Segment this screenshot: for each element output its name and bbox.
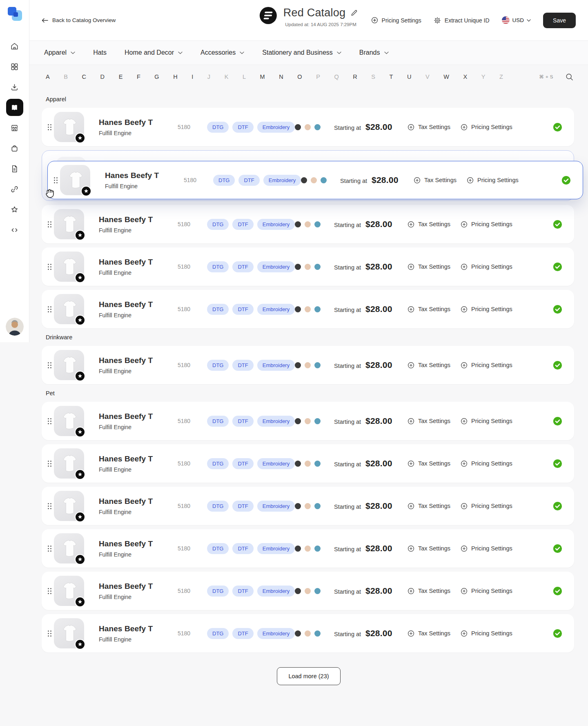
tab-hats[interactable]: Hats: [93, 49, 107, 56]
tab-stationery-and-business[interactable]: Stationery and Business: [262, 49, 341, 56]
pricing-settings-button[interactable]: Pricing Settings: [461, 503, 525, 510]
drag-handle-icon[interactable]: [48, 306, 51, 312]
product-row[interactable]: Hanes Beefy T Fulfill Engine 5180 DTGDTF…: [42, 572, 574, 610]
enabled-check-icon[interactable]: [552, 586, 569, 596]
nav-home-icon[interactable]: [6, 38, 23, 55]
alpha-letter-N[interactable]: N: [279, 73, 283, 80]
app-logo-icon[interactable]: [7, 6, 23, 24]
search-icon[interactable]: [566, 73, 573, 81]
enabled-check-icon[interactable]: [552, 628, 569, 639]
nav-code-icon[interactable]: [6, 221, 23, 238]
alpha-letter-H[interactable]: H: [173, 73, 177, 80]
tax-settings-button[interactable]: Tax Settings: [408, 221, 461, 228]
alpha-letter-O[interactable]: O: [297, 73, 302, 80]
tab-accessories[interactable]: Accessories: [200, 49, 244, 56]
drag-handle-icon[interactable]: [48, 630, 51, 637]
alpha-letter-W[interactable]: W: [443, 73, 449, 80]
alpha-letter-T[interactable]: T: [390, 73, 393, 80]
nav-download-icon[interactable]: [6, 78, 23, 96]
alpha-letter-F[interactable]: F: [137, 73, 140, 80]
alpha-letter-Y[interactable]: Y: [481, 73, 486, 80]
back-link[interactable]: Back to Catalog Overview: [42, 17, 116, 23]
tax-settings-button[interactable]: Tax Settings: [408, 545, 461, 552]
pricing-settings-button[interactable]: Pricing Settings: [467, 177, 531, 184]
enabled-check-icon[interactable]: [552, 262, 569, 272]
alpha-letter-X[interactable]: X: [463, 73, 468, 80]
enabled-check-icon[interactable]: [552, 543, 569, 554]
nav-star-icon[interactable]: [6, 201, 23, 218]
alpha-letter-V[interactable]: V: [425, 73, 430, 80]
alpha-letter-S[interactable]: S: [371, 73, 375, 80]
nav-link-icon[interactable]: [6, 180, 23, 198]
tab-brands[interactable]: Brands: [359, 49, 389, 56]
alpha-letter-U[interactable]: U: [407, 73, 411, 80]
product-row[interactable]: Hanes Beefy T Fulfill Engine 5180 DTGDTF…: [42, 529, 574, 568]
product-row[interactable]: Hanes Beefy T Fulfill Engine 5180 DTGDTF…: [42, 402, 574, 440]
nav-dashboard-grid-icon[interactable]: [6, 58, 23, 75]
drag-handle-icon[interactable]: [48, 546, 51, 552]
pricing-settings-button[interactable]: Pricing Settings: [461, 221, 525, 228]
tax-settings-button[interactable]: Tax Settings: [408, 418, 461, 425]
pricing-settings-button[interactable]: Pricing Settings: [461, 460, 525, 467]
drag-handle-icon[interactable]: [48, 362, 51, 368]
currency-select[interactable]: USD: [502, 16, 531, 24]
pricing-settings-button[interactable]: Pricing Settings: [461, 630, 525, 637]
tax-settings-button[interactable]: Tax Settings: [408, 263, 461, 270]
drag-handle-icon[interactable]: [48, 461, 51, 467]
alpha-letter-M[interactable]: M: [260, 73, 265, 80]
pricing-settings-button[interactable]: Pricing Settings: [371, 17, 421, 24]
pricing-settings-button[interactable]: Pricing Settings: [461, 306, 525, 313]
enabled-check-icon[interactable]: [552, 416, 569, 426]
enabled-check-icon[interactable]: [552, 501, 569, 511]
alpha-letter-G[interactable]: G: [154, 73, 159, 80]
drag-handle-icon[interactable]: [48, 503, 51, 509]
drag-handle-icon[interactable]: [48, 221, 51, 227]
enabled-check-icon[interactable]: [561, 175, 578, 185]
alpha-letter-I[interactable]: I: [192, 73, 193, 80]
drag-handle-icon[interactable]: [48, 588, 51, 594]
drag-handle-icon[interactable]: [54, 177, 58, 183]
alpha-letter-L[interactable]: L: [243, 73, 246, 80]
product-row[interactable]: Hanes Beefy T Fulfill Engine 5180 DTGDTF…: [42, 108, 574, 146]
alpha-letter-C[interactable]: C: [82, 73, 86, 80]
pricing-settings-button[interactable]: Pricing Settings: [461, 124, 525, 131]
alpha-letter-P[interactable]: P: [316, 73, 320, 80]
alpha-letter-B[interactable]: B: [64, 73, 68, 80]
alpha-letter-D[interactable]: D: [100, 73, 105, 80]
tab-home-and-decor[interactable]: Home and Decor: [125, 49, 183, 56]
tax-settings-button[interactable]: Tax Settings: [408, 460, 461, 467]
tax-settings-button[interactable]: Tax Settings: [408, 503, 461, 510]
product-row[interactable]: Hanes Beefy T Fulfill Engine 5180 DTGDTF…: [42, 290, 574, 328]
enabled-check-icon[interactable]: [552, 219, 569, 229]
product-row[interactable]: Hanes Beefy T Fulfill Engine 5180 DTGDTF…: [42, 444, 574, 483]
enabled-check-icon[interactable]: [552, 304, 569, 314]
save-button[interactable]: Save: [543, 13, 576, 28]
nav-shopping-bag-icon[interactable]: [6, 140, 23, 157]
nav-catalog-book-icon[interactable]: [6, 99, 23, 116]
product-row[interactable]: Hanes Beefy T Fulfill Engine 5180 DTGDTF…: [42, 487, 574, 525]
user-avatar[interactable]: [6, 318, 24, 336]
alpha-letter-K[interactable]: K: [225, 73, 229, 80]
tax-settings-button[interactable]: Tax Settings: [414, 177, 467, 184]
pricing-settings-button[interactable]: Pricing Settings: [461, 545, 525, 552]
product-row[interactable]: Hanes Beefy T Fulfill Engine 5180 DTGDTF…: [42, 205, 574, 243]
pricing-settings-button[interactable]: Pricing Settings: [461, 362, 525, 369]
tax-settings-button[interactable]: Tax Settings: [408, 630, 461, 637]
tax-settings-button[interactable]: Tax Settings: [408, 362, 461, 369]
enabled-check-icon[interactable]: [552, 459, 569, 469]
enabled-check-icon[interactable]: [552, 122, 569, 132]
enabled-check-icon[interactable]: [552, 360, 569, 370]
extract-unique-id-button[interactable]: Extract Unique ID: [434, 17, 490, 24]
pricing-settings-button[interactable]: Pricing Settings: [461, 263, 525, 270]
product-row[interactable]: Hanes Beefy T Fulfill Engine 5180 DTGDTF…: [42, 614, 574, 653]
nav-store-icon[interactable]: [6, 119, 23, 136]
product-row[interactable]: Hanes Beefy T Fulfill Engine 5180 DTGDTF…: [42, 346, 574, 384]
alpha-letter-R[interactable]: R: [353, 73, 357, 80]
tax-settings-button[interactable]: Tax Settings: [408, 124, 461, 131]
alpha-letter-Q[interactable]: Q: [334, 73, 339, 80]
alpha-letter-E[interactable]: E: [119, 73, 123, 80]
product-row[interactable]: Hanes Beefy T Fulfill Engine 5180 DTGDTF…: [42, 247, 574, 286]
load-more-button[interactable]: Load more (23): [277, 667, 340, 685]
alpha-letter-J[interactable]: J: [207, 73, 210, 80]
alpha-letter-A[interactable]: A: [46, 73, 50, 80]
